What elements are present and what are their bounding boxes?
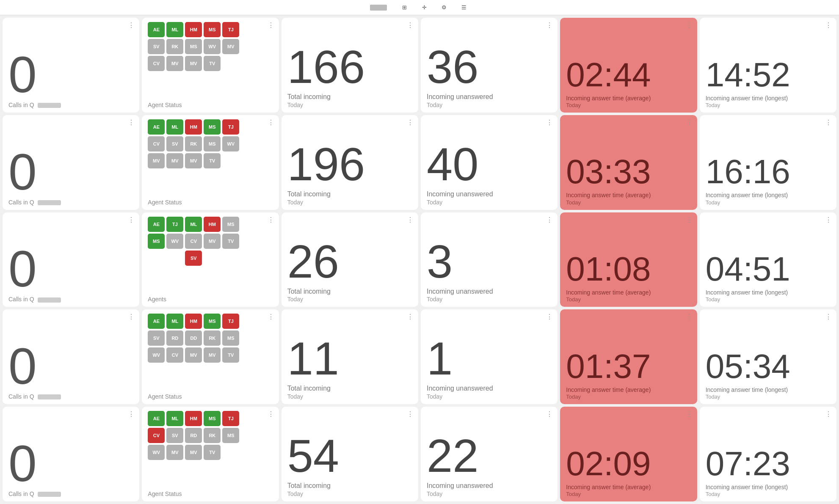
agent-cell: RK	[166, 39, 183, 54]
agent-cell: ML	[166, 314, 183, 329]
card-menu[interactable]: ⋮	[686, 21, 693, 29]
incoming-unanswered-card-row2: ⋮ 3 Incoming unanswered Today	[421, 212, 557, 307]
card-menu[interactable]: ⋮	[128, 216, 135, 224]
brand-logo	[370, 5, 387, 11]
card-menu[interactable]: ⋮	[686, 216, 693, 224]
longest-time-value: 16:16	[706, 155, 790, 189]
options-icon: ⚙	[441, 5, 447, 11]
card-menu[interactable]: ⋮	[825, 410, 832, 418]
agent-cell: MS	[222, 428, 239, 443]
agent-status-card-row1: ⋮ AEMLHMMSTJCVSVRKMSWVMVMVMVTV Agent Sta…	[142, 115, 279, 210]
card-menu[interactable]: ⋮	[546, 313, 553, 321]
card-menu[interactable]: ⋮	[268, 313, 275, 321]
card-menu[interactable]: ⋮	[128, 313, 135, 321]
card-menu[interactable]: ⋮	[546, 216, 553, 224]
avg-time-sub: Today	[566, 102, 581, 108]
agent-cell: TV	[204, 445, 221, 460]
queue-name-blur	[38, 297, 61, 303]
agent-status-card-row2: ⋮ AETJMLHMMSMSWVCVMVTVSV Agents	[142, 212, 279, 307]
agent-cell: HM	[185, 314, 202, 329]
card-menu[interactable]: ⋮	[268, 21, 275, 29]
card-menu[interactable]: ⋮	[128, 21, 135, 29]
avg-time-sub: Today	[566, 394, 581, 400]
agent-grid: AEMLHMMSTJSVRDDDRKMSWVCVMVMVTV	[148, 314, 239, 363]
agent-cell: MS	[148, 234, 165, 249]
agent-cell: CV	[148, 56, 165, 71]
card-menu[interactable]: ⋮	[546, 21, 553, 29]
longest-time-label: Incoming answer time (longest)	[706, 483, 788, 491]
avg-time-sub: Today	[566, 296, 581, 303]
agent-cell: MV	[185, 445, 202, 460]
agent-cell: MV	[185, 153, 202, 168]
dashboard-list-icon: ☰	[461, 5, 467, 11]
card-menu[interactable]: ⋮	[825, 313, 832, 321]
longest-answer-time-card-row3: ⋮ 05:34 Incoming answer time (longest) T…	[700, 309, 836, 404]
calls-label: Calls in Q	[8, 490, 61, 497]
total-label: Total incoming	[287, 93, 331, 102]
agent-cell: TV	[222, 234, 239, 249]
calls-label: Calls in Q	[8, 393, 61, 400]
longest-time-label: Incoming answer time (longest)	[706, 94, 788, 102]
incoming-unanswered-card-row0: ⋮ 36 Incoming unanswered Today	[421, 18, 557, 113]
options-button[interactable]: ⚙	[441, 5, 449, 11]
card-menu[interactable]: ⋮	[407, 21, 414, 29]
agent-cell: MV	[185, 56, 202, 71]
card-menu[interactable]: ⋮	[128, 410, 135, 418]
card-menu[interactable]: ⋮	[825, 21, 832, 29]
agent-cell-empty	[204, 251, 221, 266]
longest-time-sub: Today	[706, 394, 720, 400]
card-menu[interactable]: ⋮	[686, 118, 693, 127]
avg-time-value: 02:44	[566, 58, 651, 92]
calls-number: 0	[8, 243, 37, 294]
card-menu[interactable]: ⋮	[407, 313, 414, 321]
card-menu[interactable]: ⋮	[128, 118, 135, 127]
total-number: 54	[287, 432, 339, 479]
agent-cell: CV	[148, 428, 165, 443]
card-menu[interactable]: ⋮	[268, 410, 275, 418]
agent-cell: WV	[222, 136, 239, 151]
card-menu[interactable]: ⋮	[825, 118, 832, 127]
card-menu[interactable]: ⋮	[268, 118, 275, 127]
unanswered-sub: Today	[427, 102, 442, 108]
calls-number: 0	[8, 341, 37, 391]
longest-answer-time-card-row0: ⋮ 14:52 Incoming answer time (longest) T…	[700, 18, 836, 113]
total-incoming-card-row2: ⋮ 26 Total incoming Today	[282, 212, 418, 307]
incoming-unanswered-card-row1: ⋮ 40 Incoming unanswered Today	[421, 115, 557, 210]
agent-cell: CV	[185, 234, 202, 249]
unanswered-label: Incoming unanswered	[427, 287, 493, 296]
card-menu[interactable]: ⋮	[407, 410, 414, 418]
agent-cell: TV	[204, 56, 221, 71]
agent-cell: ML	[166, 119, 183, 135]
longest-time-sub: Today	[706, 199, 720, 206]
agent-cell: HM	[185, 411, 202, 426]
agent-cell: SV	[166, 428, 183, 443]
dashboard-list-button[interactable]: ☰	[461, 5, 469, 11]
longest-time-sub: Today	[706, 296, 720, 303]
card-menu[interactable]: ⋮	[546, 410, 553, 418]
card-menu[interactable]: ⋮	[546, 118, 553, 127]
card-menu[interactable]: ⋮	[407, 118, 414, 127]
total-incoming-card-row1: ⋮ 196 Total incoming Today	[282, 115, 418, 210]
agent-cell: WV	[166, 234, 183, 249]
incoming-unanswered-card-row3: ⋮ 1 Incoming unanswered Today	[421, 309, 557, 404]
agent-cell: MS	[204, 411, 221, 426]
agent-cell: MV	[204, 234, 221, 249]
total-number: 166	[287, 44, 365, 90]
agent-cell: MV	[222, 39, 239, 54]
card-menu[interactable]: ⋮	[686, 410, 693, 418]
agent-cell: RK	[204, 428, 221, 443]
card-menu[interactable]: ⋮	[686, 313, 693, 321]
agent-cell: AE	[148, 22, 165, 37]
card-menu[interactable]: ⋮	[268, 216, 275, 224]
agent-cell: TJ	[222, 411, 239, 426]
calls-label: Calls in Q	[8, 102, 61, 108]
calls-number: 0	[8, 146, 37, 197]
queue-name-blur	[38, 103, 61, 108]
card-menu[interactable]: ⋮	[825, 216, 832, 224]
edit-layout-button[interactable]: ✛	[421, 5, 429, 11]
card-menu[interactable]: ⋮	[407, 216, 414, 224]
avg-time-value: 03:33	[566, 155, 651, 189]
avg-time-value: 01:08	[566, 252, 651, 286]
edit-layout-icon: ✛	[421, 5, 427, 11]
add-content-button[interactable]: ⊞	[401, 5, 409, 11]
